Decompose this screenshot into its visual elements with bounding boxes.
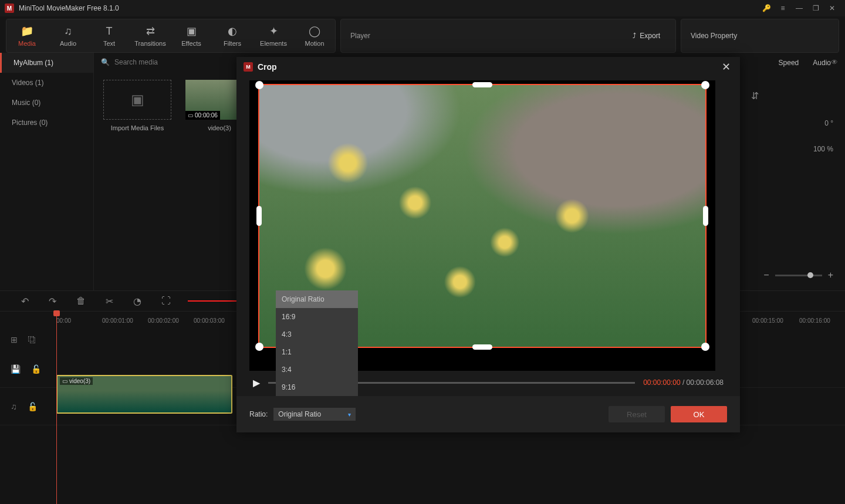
close-button[interactable]: ✕ — [719, 58, 733, 76]
maximize-button[interactable]: ❐ — [807, 0, 824, 16]
menu-icon[interactable]: ≡ — [775, 0, 791, 16]
ratio-option[interactable]: 9:16 — [276, 378, 358, 396]
zoom-in-button[interactable]: + — [828, 270, 833, 280]
play-button[interactable]: ▶ — [253, 377, 260, 388]
tab-media[interactable]: 📁Media — [6, 19, 48, 52]
cut-button[interactable]: ✂ — [106, 296, 113, 307]
timeline-clip[interactable]: ▭video(3) — [56, 375, 232, 414]
redo-button[interactable]: ↷ — [49, 296, 56, 307]
copy-icon[interactable]: ⿻ — [28, 335, 36, 344]
app-logo: M — [244, 62, 253, 72]
import-media-tile[interactable]: ▣ Import Media Files — [102, 80, 173, 131]
export-button[interactable]: ⤴ Export — [633, 32, 660, 40]
ratio-option[interactable]: 4:3 — [276, 326, 358, 343]
chevron-down-icon: ▾ — [348, 411, 351, 418]
player-panel-header: Player ⤴ Export — [340, 19, 676, 53]
ok-button[interactable]: OK — [671, 406, 727, 422]
ratio-label: Ratio: — [249, 410, 268, 418]
ratio-option[interactable]: 1:1 — [276, 343, 358, 361]
time-display: 00:00:00:00 / 00:00:06:08 — [643, 378, 724, 387]
elements-icon: ✦ — [269, 25, 278, 38]
top-nav: 📁Media ♫Audio TText ⇄Transitions ▣Effect… — [0, 16, 845, 53]
ratio-option[interactable]: Original Ratio — [276, 290, 358, 308]
rotate-value: 0 ° — [824, 119, 833, 127]
music-track-icon: ♫ — [11, 402, 17, 411]
tab-filters[interactable]: ◐Filters — [212, 19, 253, 52]
crop-modal: M Crop ✕ ▶ 00:00:00:00 / 00:00:06:08 — [236, 57, 740, 432]
delete-button[interactable]: 🗑 — [76, 296, 86, 306]
music-icon: ♫ — [64, 25, 72, 38]
motion-icon: ◯ — [309, 25, 320, 38]
video-property-panel: Speed Audio ⇵ 0 ° 100 % — [739, 53, 845, 171]
speed-button[interactable]: ◔ — [133, 296, 141, 307]
text-icon: T — [106, 25, 113, 38]
player-label: Player — [350, 32, 370, 40]
sidebar-item-myalbum[interactable]: MyAlbum (1) — [0, 53, 93, 73]
effects-icon: ▣ — [187, 25, 197, 38]
playhead[interactable] — [56, 312, 57, 504]
scale-value: 100 % — [813, 145, 833, 153]
reset-button[interactable]: Reset — [609, 406, 665, 422]
filters-icon: ◐ — [228, 25, 237, 38]
tab-audio[interactable]: ♫Audio — [48, 19, 89, 52]
crop-button[interactable]: ⛶ — [161, 296, 171, 306]
undo-button[interactable]: ↶ — [21, 296, 29, 307]
add-marker-icon[interactable]: ⊞ — [11, 335, 18, 344]
save-icon[interactable]: 💾 — [11, 364, 21, 374]
modal-title: Crop — [258, 62, 715, 72]
tab-speed[interactable]: Speed — [779, 59, 799, 67]
film-icon: ▭ — [62, 378, 67, 384]
sidebar-item-pictures[interactable]: Pictures (0) — [0, 113, 93, 133]
lock-icon[interactable]: 🔓 — [28, 402, 38, 411]
ratio-dropdown: Original Ratio 16:9 4:3 1:1 3:4 9:16 — [276, 290, 358, 396]
minimize-button[interactable]: — — [791, 0, 807, 16]
sidebar-item-videos[interactable]: Videos (1) — [0, 73, 93, 93]
ratio-option[interactable]: 16:9 — [276, 308, 358, 326]
lock-icon[interactable]: 🔓 — [31, 364, 41, 374]
close-window-button[interactable]: ✕ — [824, 0, 840, 16]
tab-effects[interactable]: ▣Effects — [171, 19, 212, 52]
zoom-out-button[interactable]: − — [763, 270, 769, 280]
key-icon[interactable]: 🔑 — [758, 0, 775, 16]
flip-icon[interactable]: ⇵ — [751, 90, 759, 102]
timeline-zoom: − + — [763, 270, 833, 280]
ratio-select[interactable]: Original Ratio ▾ — [273, 408, 356, 421]
search-input[interactable] — [114, 58, 202, 66]
tab-motion[interactable]: ◯Motion — [294, 19, 335, 52]
tab-elements[interactable]: ✦Elements — [253, 19, 294, 52]
title-bar: M MiniTool MovieMaker Free 8.1.0 🔑 ≡ — ❐… — [0, 0, 845, 16]
zoom-slider[interactable] — [775, 275, 822, 276]
film-icon: ▭ — [188, 112, 193, 119]
tab-text[interactable]: TText — [89, 19, 130, 52]
ratio-option[interactable]: 3:4 — [276, 361, 358, 378]
transition-icon: ⇄ — [146, 25, 155, 38]
tab-transitions[interactable]: ⇄Transitions — [130, 19, 171, 52]
app-logo: M — [5, 4, 14, 13]
export-icon: ⤴ — [633, 32, 636, 40]
folder-icon: 📁 — [21, 25, 33, 38]
tab-audio-prop[interactable]: Audio — [813, 59, 831, 67]
search-icon: 🔍 — [101, 58, 110, 66]
app-title: MiniTool MovieMaker Free 8.1.0 — [19, 4, 758, 12]
media-sidebar: MyAlbum (1) Videos (1) Music (0) Picture… — [0, 53, 94, 290]
video-property-panel-header: Video Property — [681, 19, 839, 53]
sidebar-item-music[interactable]: Music (0) — [0, 93, 93, 113]
folder-icon: ▣ — [131, 92, 144, 108]
